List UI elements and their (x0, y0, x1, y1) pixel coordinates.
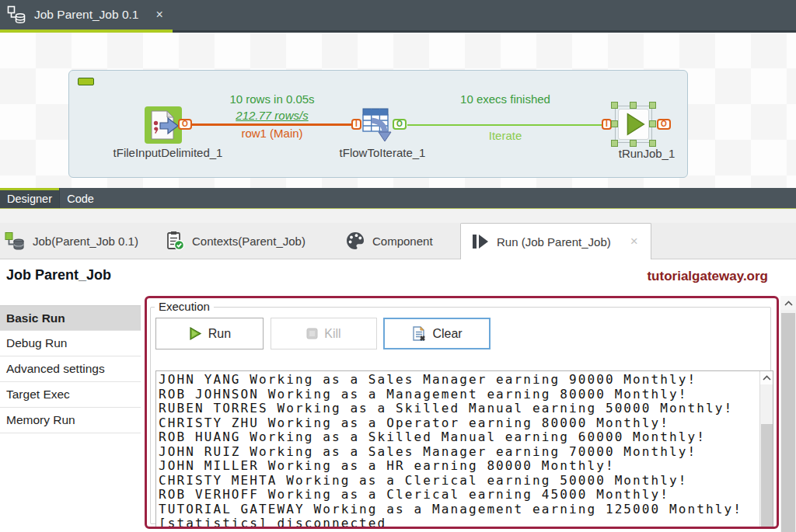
stop-icon (306, 328, 319, 340)
execution-group-label: Execution (155, 300, 214, 313)
selection-handle[interactable] (649, 120, 656, 127)
row1-connection-label[interactable]: row1 (Main) (190, 127, 354, 140)
sidebar-item-memory-run[interactable]: Memory Run (0, 408, 141, 433)
editor-mode-strip: Designer Code (0, 188, 796, 209)
tab-run-close-icon[interactable]: × (630, 234, 638, 249)
kill-button-label: Kill (324, 327, 340, 341)
component-label[interactable]: tRunJob_1 (600, 147, 693, 160)
editor-tab-parent-job[interactable]: Job Parent_Job 0.1 × (0, 0, 174, 30)
clear-log-icon (411, 326, 427, 342)
editor-tab-bar: Job Parent_Job 0.1 × (0, 0, 796, 33)
scroll-up-icon[interactable] (760, 371, 773, 384)
console-scrollbar-thumb[interactable] (761, 424, 773, 529)
tab-run[interactable]: Run (Job Parent_Job) × (460, 223, 651, 259)
input-port-badge[interactable]: I (351, 119, 361, 130)
console-line: JOHN MILLER Working as a HR earning 8000… (159, 459, 770, 474)
row1-rate-stat: 212.77 rows/s (190, 109, 354, 122)
job-status-pill (78, 78, 94, 85)
tab-component-label: Component (372, 235, 433, 248)
row1-main-connection[interactable] (192, 123, 354, 126)
clear-button[interactable]: Clear (383, 318, 491, 349)
page-scrollbar[interactable] (780, 296, 796, 532)
run-button-label: Run (208, 327, 231, 341)
tab-code[interactable]: Code (59, 188, 101, 208)
selection-handle[interactable] (630, 140, 637, 147)
console-line: ROB VERHOFF Working as a Clerical earnin… (159, 488, 770, 502)
sidebar-item-debug-run[interactable]: Debug Run (0, 331, 141, 356)
console-line: [statistics] disconnected (159, 516, 770, 529)
tab-component[interactable]: Component (345, 223, 433, 259)
tab-job[interactable]: Job(Parent_Job 0.1) (5, 223, 138, 259)
iterate-execs-stat: 10 execs finished (424, 92, 587, 106)
selection-handle[interactable] (611, 140, 618, 147)
run-icon (471, 233, 490, 250)
sidebar-item-basic-run[interactable]: Basic Run (0, 305, 141, 331)
iterate-connection-label[interactable]: Iterate (424, 129, 587, 142)
trunjob-icon[interactable] (618, 109, 649, 140)
console-line: ROB JOHNSON Working as a Management earn… (159, 388, 770, 402)
row1-rows-stat: 10 rows in 0.05s (190, 92, 354, 106)
editor-tab-title: Job Parent_Job 0.1 (34, 8, 138, 22)
sidebar-item-target-exec[interactable]: Target Exec (0, 382, 141, 408)
kill-button[interactable]: Kill (271, 318, 377, 349)
brand-watermark: tutorialgateway.org (647, 269, 768, 284)
component-label[interactable]: tFileInputDelimited_1 (90, 146, 246, 159)
talend-studio-window: Job Parent_Job 0.1 × tFileInputDelimited… (0, 0, 796, 532)
input-port-badge[interactable]: I (602, 119, 612, 130)
tab-job-label: Job(Parent_Job 0.1) (33, 235, 138, 248)
page-scrollbar-thumb[interactable] (781, 313, 795, 532)
run-button[interactable]: Run (155, 318, 264, 349)
editor-tab-close-icon[interactable]: × (155, 8, 162, 22)
play-icon (188, 326, 203, 341)
run-view-header: Job Parent_Job tutorialgateway.org (0, 259, 796, 296)
tab-contexts[interactable]: Contexts(Parent_Job) (165, 223, 305, 259)
run-sidebar: Basic Run Debug Run Advanced settings Ta… (0, 305, 141, 433)
execution-console[interactable]: JOHN YANG Working as a Sales Manager ear… (155, 370, 773, 529)
trunjob-component-selected[interactable] (612, 103, 655, 146)
tab-designer[interactable]: Designer (0, 188, 59, 208)
console-line: CHRISTY ZHU Working as a Operator earnin… (159, 416, 770, 431)
design-canvas[interactable]: tFileInputDelimited_1 O 10 rows in 0.05s… (0, 33, 796, 188)
component-label[interactable]: tFlowToIterate_1 (320, 146, 445, 159)
play-triangle-icon (619, 109, 648, 140)
strip-spacer (0, 209, 796, 223)
iterate-connection[interactable] (407, 124, 603, 126)
output-port-badge[interactable]: O (393, 119, 407, 130)
scroll-up-icon[interactable] (780, 296, 796, 310)
run-view-body: Basic Run Debug Run Advanced settings Ta… (0, 296, 796, 532)
tab-contexts-label: Contexts(Parent_Job) (192, 235, 305, 248)
view-tab-bar: Job(Parent_Job 0.1) Contexts(Parent_Job)… (0, 223, 796, 259)
job-icon (7, 5, 26, 25)
console-line: JOHN YANG Working as a Sales Manager ear… (159, 373, 770, 388)
console-scrollbar[interactable] (759, 371, 773, 528)
component-palette-icon (345, 231, 365, 251)
tflowtoiterate-icon[interactable] (362, 108, 393, 142)
clear-button-label: Clear (432, 327, 462, 341)
selection-handle[interactable] (611, 120, 618, 127)
console-line: ROB HUANG Working as a Skilled Manual ea… (159, 430, 770, 445)
job-icon (5, 231, 26, 251)
console-line: RUBEN TORRES Working as a Skilled Manual… (159, 402, 770, 416)
contexts-icon (165, 231, 185, 251)
output-port-badge[interactable]: O (657, 119, 671, 130)
tab-run-label: Run (Job Parent_Job) (497, 235, 611, 249)
console-line: JOHN RUIZ Working as a Sales Manager ear… (159, 445, 770, 460)
console-line: CHRISTY MEHTA Working as a Clerical earn… (159, 474, 770, 489)
tfileinputdelimited-icon[interactable] (145, 106, 182, 144)
selection-handle[interactable] (611, 102, 618, 109)
selection-handle[interactable] (649, 140, 656, 147)
sidebar-item-advanced-settings[interactable]: Advanced settings (0, 356, 141, 382)
selection-handle[interactable] (649, 102, 656, 109)
page-title: Job Parent_Job (6, 267, 111, 283)
selection-handle[interactable] (630, 102, 637, 109)
console-line: TUTORIAL GATEWAY Working as a Management… (159, 502, 770, 517)
